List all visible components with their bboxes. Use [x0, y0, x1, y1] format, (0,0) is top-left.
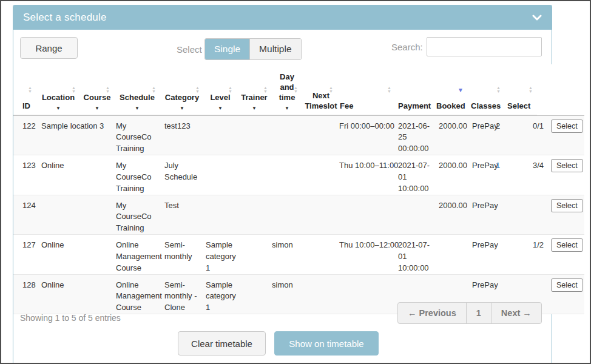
- cell-id: 127: [13, 235, 36, 275]
- column-header-day-and-time[interactable]: ▲▼ Day and time ▼: [272, 64, 302, 115]
- search-label: Search:: [391, 42, 423, 52]
- column-header-select[interactable]: ▲▼ Select: [505, 64, 537, 115]
- column-header-id[interactable]: ▲▼ ID: [13, 64, 36, 115]
- sort-icon: ▲▼: [294, 86, 298, 93]
- filter-caret-icon[interactable]: ▼: [56, 106, 61, 112]
- show-on-timetable-button[interactable]: Show on timetable: [274, 331, 379, 356]
- cell-fee: 2000.00: [434, 155, 467, 195]
- column-header-classes[interactable]: ▲▼ Classes: [468, 64, 505, 115]
- cell-booked-link[interactable]: 1: [491, 155, 528, 195]
- row-select-button[interactable]: Select: [551, 238, 583, 252]
- cell-location: Sample location 3: [36, 116, 111, 155]
- multiple-mode-button[interactable]: Multiple: [249, 39, 300, 59]
- table-row: 124 My CourseCo Training Test 2000.00 Pr…: [13, 195, 584, 235]
- cell-category: [201, 155, 238, 195]
- table-body: 122 Sample location 3 My CourseCo Traini…: [13, 116, 584, 315]
- table-row: 123 Online My CourseCo Training July Sch…: [13, 155, 584, 195]
- previous-page-button[interactable]: ← Previous: [397, 302, 467, 324]
- row-select-button[interactable]: Select: [551, 120, 583, 133]
- cell-course: My CourseCo Training: [111, 116, 160, 155]
- row-select-button[interactable]: Select: [551, 199, 583, 212]
- cell-payment: PrePay: [467, 235, 491, 275]
- sort-icon: ▲▼: [529, 86, 533, 93]
- cell-payment: PrePay: [467, 195, 491, 235]
- column-header-location[interactable]: ▲▼ Location ▼: [36, 64, 80, 115]
- cell-level: [238, 274, 267, 314]
- page-number-button[interactable]: 1: [466, 302, 491, 324]
- sort-icon: ▲▼: [106, 86, 110, 93]
- cell-fee: 2000.00: [434, 116, 467, 155]
- cell-trainer: simon: [267, 274, 334, 314]
- cell-location: Online: [36, 235, 111, 275]
- column-header-payment[interactable]: Payment: [396, 64, 434, 115]
- filter-caret-icon[interactable]: ▼: [252, 106, 257, 112]
- pagination: ← Previous 1 Next →: [397, 302, 542, 324]
- panel-header[interactable]: Select a schedule: [13, 5, 552, 30]
- filter-caret-icon[interactable]: ▼: [135, 106, 140, 112]
- cell-category: Sample category 1: [201, 235, 238, 275]
- sort-icon: ▲▼: [387, 86, 391, 93]
- cell-day-and-time: Fri 00:00–00:00: [334, 116, 393, 155]
- sort-icon: ▲▼: [152, 86, 156, 93]
- cell-schedule: Semi-monthly: [160, 235, 201, 275]
- cell-day-and-time: [334, 274, 393, 314]
- cell-trainer: [267, 155, 334, 195]
- row-select-button[interactable]: Select: [551, 159, 583, 172]
- table-row: 122 Sample location 3 My CourseCo Traini…: [13, 116, 584, 155]
- cell-location: Online: [36, 274, 111, 314]
- sort-icon: ▲▼: [263, 86, 268, 93]
- filter-caret-icon[interactable]: ▼: [95, 106, 100, 112]
- range-button[interactable]: Range: [20, 37, 78, 59]
- schedule-window: Select a schedule Range Select Single Mu…: [0, 0, 591, 364]
- column-header-category[interactable]: ▲▼ Category ▼: [160, 64, 204, 115]
- cell-day-and-time: Thu 10:00–12:00: [334, 235, 393, 275]
- column-header-trainer[interactable]: ▲▼ Trainer ▼: [237, 64, 272, 115]
- cell-next-timeslot: 2021-06-25 00:00:00: [393, 116, 434, 155]
- sort-icon: ▲▼: [28, 86, 32, 93]
- sort-icon: ▲▼: [72, 86, 76, 93]
- cell-booked: 2: [491, 116, 528, 155]
- table-row: 127 Online Online Management Course Semi…: [13, 235, 584, 275]
- chevron-down-icon[interactable]: [532, 14, 542, 21]
- cell-id: 128: [13, 274, 36, 314]
- filter-caret-icon[interactable]: ▼: [285, 106, 289, 112]
- column-header-next-timeslot[interactable]: ▲▼ Next Timeslot: [302, 64, 337, 115]
- cell-category: [201, 116, 238, 155]
- cell-classes: 1/2: [528, 235, 548, 275]
- cell-next-timeslot: [393, 195, 434, 235]
- sort-icon: ▲▼: [496, 86, 501, 93]
- cell-course: My CourseCo Training: [111, 195, 160, 235]
- cell-schedule: Semi-monthly - Clone: [160, 274, 201, 314]
- next-page-button[interactable]: Next →: [491, 302, 542, 324]
- clear-timetable-button[interactable]: Clear timetable: [178, 331, 266, 356]
- schedule-table: ▲▼ ID ▲▼ Location ▼ ▲▼ Course ▼ ▲▼: [13, 64, 584, 314]
- cell-level: [238, 235, 267, 275]
- row-select-button[interactable]: Select: [551, 278, 583, 292]
- search-container: Search:: [391, 37, 542, 56]
- cell-schedule: July Schedule: [160, 155, 201, 195]
- cell-classes: 0/1: [528, 116, 548, 155]
- cell-classes: 3/4: [528, 155, 548, 195]
- cell-trainer: simon: [267, 235, 334, 275]
- cell-next-timeslot: 2021-07-01 10:00:00: [393, 155, 434, 195]
- filter-caret-icon[interactable]: ▼: [218, 106, 223, 112]
- cell-location: Online: [36, 155, 111, 195]
- cell-course: My CourseCo Training: [111, 155, 160, 195]
- cell-trainer: [267, 195, 334, 235]
- cell-category: [201, 195, 238, 235]
- select-mode-group: Single Multiple: [204, 38, 302, 60]
- column-header-course[interactable]: ▲▼ Course ▼: [80, 64, 114, 115]
- sort-descending-icon: ▼: [458, 87, 464, 93]
- cell-id: 122: [13, 116, 36, 155]
- single-mode-button[interactable]: Single: [205, 39, 249, 59]
- search-input[interactable]: [427, 37, 542, 56]
- cell-day-and-time: Thu 10:00–11:00: [334, 155, 393, 195]
- column-header-schedule[interactable]: ▲▼ Schedule ▼: [114, 64, 160, 115]
- panel-title: Select a schedule: [23, 12, 107, 24]
- filter-caret-icon[interactable]: ▼: [180, 106, 184, 112]
- cell-schedule: test123: [160, 116, 201, 155]
- column-header-level[interactable]: ▲▼ Level ▼: [204, 64, 237, 115]
- column-header-booked[interactable]: ▼ Booked: [434, 64, 468, 115]
- cell-classes: [528, 195, 548, 235]
- column-header-fee[interactable]: ▲▼ Fee: [337, 64, 396, 115]
